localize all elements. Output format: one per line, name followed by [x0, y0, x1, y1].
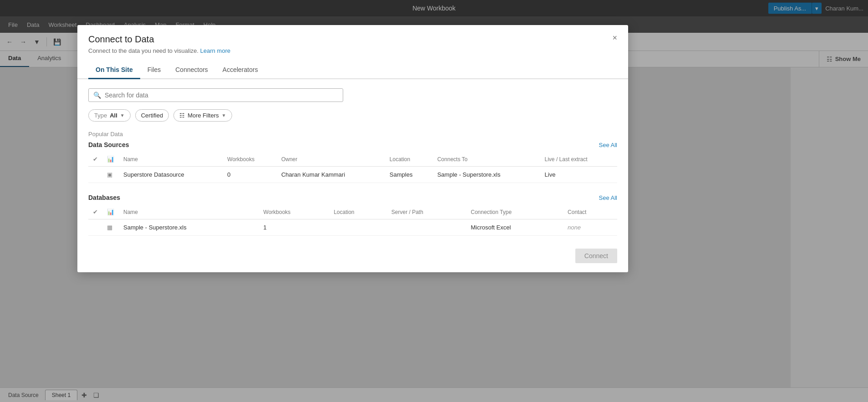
- database-icon: ▦: [107, 224, 112, 231]
- datasource-icon: ▣: [107, 171, 112, 178]
- connect-btn-row: Connect: [88, 247, 617, 263]
- modal-tabs: On This Site Files Connectors Accelerato…: [77, 61, 628, 79]
- db-certified-cell: [88, 219, 102, 236]
- modal-overlay: Connect to Data Connect to the data you …: [0, 0, 868, 402]
- learn-more-link[interactable]: Learn more: [200, 47, 230, 54]
- type-value: All: [110, 112, 117, 119]
- modal-tab-accelerators[interactable]: Accelerators: [215, 61, 265, 79]
- modal-subtitle-text: Connect to the data you need to visualiz…: [88, 47, 198, 54]
- certified-filter-button[interactable]: Certified: [135, 109, 169, 122]
- search-bar[interactable]: 🔍: [88, 88, 343, 102]
- filter-icon: ☷: [179, 112, 185, 119]
- modal-tab-on-this-site[interactable]: On This Site: [88, 61, 140, 79]
- more-filters-label: More Filters: [188, 112, 219, 119]
- db-type-icon-cell: ▦: [102, 219, 119, 236]
- certified-label: Certified: [141, 112, 163, 119]
- db-col-workbooks-header: Workbooks: [259, 205, 330, 219]
- modal-close-button[interactable]: ×: [609, 31, 621, 45]
- col-connects-to-header: Connects To: [433, 152, 540, 167]
- data-sources-header: Data Sources See All: [88, 141, 617, 148]
- type-chevron-icon: ▼: [120, 113, 125, 118]
- type-label: Type: [94, 112, 107, 119]
- col-owner-header: Owner: [277, 152, 385, 167]
- type-icon-cell: ▣: [102, 167, 119, 183]
- data-sources-title: Data Sources: [88, 141, 129, 148]
- data-sources-see-all[interactable]: See All: [599, 142, 617, 148]
- databases-title: Databases: [88, 194, 120, 201]
- databases-see-all[interactable]: See All: [599, 194, 617, 201]
- db-col-server-path-header: Server / Path: [387, 205, 466, 219]
- search-icon: 🔍: [93, 92, 101, 99]
- modal-body: 🔍 Type All ▼ Certified ☷ More Filters ▼: [77, 79, 628, 272]
- live-last-cell: Live: [540, 167, 617, 183]
- connect-to-data-modal: Connect to Data Connect to the data you …: [77, 25, 628, 272]
- filter-row: Type All ▼ Certified ☷ More Filters ▼: [88, 109, 617, 122]
- col-live-last-header: Live / Last extract: [540, 152, 617, 167]
- data-sources-table: ✔ 📊 Name Workbooks Owner Location Connec…: [88, 152, 617, 183]
- connects-to-cell: Sample - Superstore.xls: [433, 167, 540, 183]
- databases-header: Databases See All: [88, 194, 617, 201]
- more-filters-chevron-icon: ▼: [222, 113, 226, 118]
- col-location-header: Location: [385, 152, 433, 167]
- db-name-cell: Sample - Superstore.xls: [119, 219, 259, 236]
- search-input[interactable]: [105, 92, 338, 99]
- db-location-cell: [329, 219, 387, 236]
- col-workbooks-header: Workbooks: [223, 152, 277, 167]
- location-cell: Samples: [385, 167, 433, 183]
- db-workbooks-cell: 1: [259, 219, 330, 236]
- owner-cell: Charan Kumar Kammari: [277, 167, 385, 183]
- db-col-name-header: Name: [119, 205, 259, 219]
- connect-button[interactable]: Connect: [575, 249, 617, 263]
- db-col-certified-header: ✔: [88, 205, 102, 219]
- modal-subtitle: Connect to the data you need to visualiz…: [88, 47, 617, 54]
- table-row[interactable]: ▦ Sample - Superstore.xls 1 Microsoft Ex…: [88, 219, 617, 236]
- db-contact-cell: none: [563, 219, 617, 236]
- col-certified-header: ✔: [88, 152, 102, 167]
- db-col-type-header: 📊: [102, 205, 119, 219]
- modal-title: Connect to Data: [88, 34, 617, 45]
- modal-tab-connectors[interactable]: Connectors: [168, 61, 215, 79]
- table-row[interactable]: ▣ Superstore Datasource 0 Charan Kumar K…: [88, 167, 617, 183]
- more-filters-button[interactable]: ☷ More Filters ▼: [173, 109, 232, 122]
- col-name-header: Name: [119, 152, 223, 167]
- modal-tab-files[interactable]: Files: [140, 61, 168, 79]
- databases-table: ✔ 📊 Name Workbooks Location Server / Pat…: [88, 205, 617, 236]
- type-filter-button[interactable]: Type All ▼: [88, 109, 131, 122]
- db-server-path-cell: [387, 219, 466, 236]
- modal-header: Connect to Data Connect to the data you …: [77, 25, 628, 54]
- db-col-contact-header: Contact: [563, 205, 617, 219]
- col-type-header: 📊: [102, 152, 119, 167]
- workbooks-cell: 0: [223, 167, 277, 183]
- popular-data-label: Popular Data: [88, 131, 617, 137]
- certified-cell: [88, 167, 102, 183]
- name-cell: Superstore Datasource: [119, 167, 223, 183]
- db-col-location-header: Location: [329, 205, 387, 219]
- db-connection-type-cell: Microsoft Excel: [466, 219, 563, 236]
- db-col-connection-type-header: Connection Type: [466, 205, 563, 219]
